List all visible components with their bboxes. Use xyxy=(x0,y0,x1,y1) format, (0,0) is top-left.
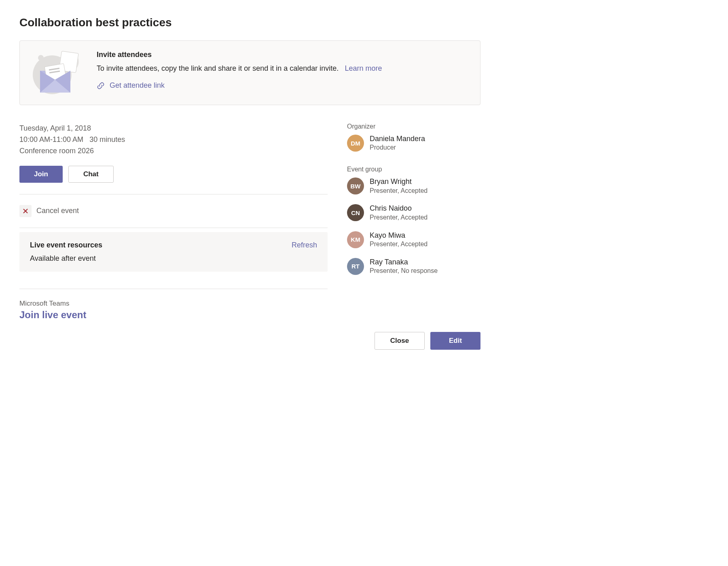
cancel-event-button[interactable]: Cancel event xyxy=(19,194,328,228)
event-date: Tuesday, April 1, 2018 xyxy=(19,123,328,134)
event-group-person[interactable]: KM Kayo Miwa Presenter, Accepted xyxy=(347,231,480,249)
footer-buttons: Close Edit xyxy=(19,332,480,350)
page-title: Collaboration best practices xyxy=(19,16,480,29)
event-group-section-label: Event group xyxy=(347,166,480,173)
event-location: Conference room 2026 xyxy=(19,146,328,157)
live-event-resources: Live event resources Refresh Available a… xyxy=(19,232,328,272)
join-button[interactable]: Join xyxy=(19,166,63,183)
resources-title: Live event resources xyxy=(30,241,102,249)
divider xyxy=(19,228,328,228)
person-role: Presenter, Accepted xyxy=(370,213,427,222)
person-name: Daniela Mandera xyxy=(370,134,425,144)
event-datetime: Tuesday, April 1, 2018 10:00 AM-11:00 AM… xyxy=(19,123,328,157)
person-info: Ray Tanaka Presenter, No response xyxy=(370,258,438,275)
person-info: Kayo Miwa Presenter, Accepted xyxy=(370,231,427,249)
event-group-section: Event group BW Bryan Wright Presenter, A… xyxy=(347,166,480,275)
chat-button[interactable]: Chat xyxy=(68,166,114,183)
person-name: Kayo Miwa xyxy=(370,231,427,240)
cancel-event-label: Cancel event xyxy=(36,207,79,215)
envelope-illustration xyxy=(32,51,85,95)
event-duration: 30 minutes xyxy=(89,135,125,144)
person-name: Bryan Wright xyxy=(370,177,427,186)
avatar: CN xyxy=(347,204,364,221)
invite-heading: Invite attendees xyxy=(97,51,468,59)
resources-status: Available after event xyxy=(30,254,317,263)
close-button[interactable]: Close xyxy=(375,332,425,350)
main-column: Tuesday, April 1, 2018 10:00 AM-11:00 AM… xyxy=(19,123,328,321)
avatar: BW xyxy=(347,177,364,194)
invite-content: Invite attendees To invite attendees, co… xyxy=(97,51,468,90)
platform-label: Microsoft Teams xyxy=(19,300,328,308)
invite-description: To invite attendees, copy the link and s… xyxy=(97,63,468,74)
get-attendee-link[interactable]: Get attendee link xyxy=(97,81,468,90)
invite-attendees-box: Invite attendees To invite attendees, co… xyxy=(19,40,480,105)
person-name: Chris Naidoo xyxy=(370,204,427,213)
invite-description-text: To invite attendees, copy the link and s… xyxy=(97,64,339,72)
person-info: Chris Naidoo Presenter, Accepted xyxy=(370,204,427,222)
side-column: Organizer DM Daniela Mandera Producer Ev… xyxy=(347,123,480,321)
join-live-event-link[interactable]: Join live event xyxy=(19,309,328,321)
person-name: Ray Tanaka xyxy=(370,258,438,267)
person-info: Bryan Wright Presenter, Accepted xyxy=(370,177,427,195)
refresh-link[interactable]: Refresh xyxy=(292,241,317,249)
action-buttons: Join Chat xyxy=(19,166,328,183)
person-role: Presenter, Accepted xyxy=(370,240,427,249)
event-group-person[interactable]: RT Ray Tanaka Presenter, No response xyxy=(347,258,480,275)
person-info: Daniela Mandera Producer xyxy=(370,134,425,152)
svg-point-1 xyxy=(38,55,44,61)
event-group-person[interactable]: CN Chris Naidoo Presenter, Accepted xyxy=(347,204,480,222)
organizer-row[interactable]: DM Daniela Mandera Producer xyxy=(347,134,480,152)
avatar: KM xyxy=(347,231,364,248)
person-role: Presenter, Accepted xyxy=(370,187,427,195)
avatar: DM xyxy=(347,135,364,152)
person-role: Presenter, No response xyxy=(370,267,438,275)
event-group-person[interactable]: BW Bryan Wright Presenter, Accepted xyxy=(347,177,480,195)
get-attendee-link-label: Get attendee link xyxy=(110,81,165,90)
person-role: Producer xyxy=(370,144,425,152)
join-live-section: Microsoft Teams Join live event xyxy=(19,289,328,321)
close-icon xyxy=(19,205,32,217)
avatar: RT xyxy=(347,258,364,275)
event-time-range: 10:00 AM-11:00 AM xyxy=(19,135,83,144)
resources-header: Live event resources Refresh xyxy=(30,241,317,249)
content-columns: Tuesday, April 1, 2018 10:00 AM-11:00 AM… xyxy=(19,123,480,321)
learn-more-link[interactable]: Learn more xyxy=(345,64,382,72)
edit-button[interactable]: Edit xyxy=(430,332,480,350)
link-icon xyxy=(97,82,105,90)
organizer-section-label: Organizer xyxy=(347,123,480,130)
